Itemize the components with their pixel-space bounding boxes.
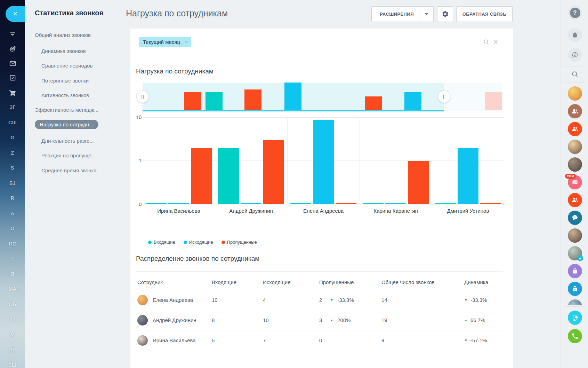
chart-navigator[interactable]	[143, 83, 503, 111]
navigator-bar	[244, 89, 261, 110]
notifications-button[interactable]	[568, 28, 582, 42]
gridline	[432, 117, 432, 204]
rail-item-R[interactable]: R	[0, 195, 25, 201]
mail-icon[interactable]	[0, 58, 25, 68]
chart-bar	[385, 203, 406, 204]
group-users-brown[interactable]	[568, 104, 582, 118]
employee-name[interactable]: Ирина Васильева	[153, 337, 196, 343]
missed-cell: 3▲200%	[319, 317, 381, 324]
cart-icon[interactable]	[0, 88, 25, 97]
sidebar-item-9[interactable]: Реакция на пропуще...	[41, 152, 96, 158]
private-chat-purple[interactable]	[568, 264, 582, 278]
employee-name[interactable]: Елена Андреева	[153, 297, 193, 303]
sidebar-item-7[interactable]: Нагрузка по сотрудн...	[35, 120, 98, 129]
remove-filter-icon[interactable]: ×	[185, 39, 188, 45]
call-button[interactable]	[568, 329, 582, 343]
rail-item-О[interactable]: О	[0, 226, 25, 231]
cell-divider	[326, 297, 326, 304]
missed-cell: 2▼-33.3%	[319, 297, 381, 304]
legend-item[interactable]: Исходящие	[184, 240, 213, 245]
feedback-button[interactable]: ОБРАТНАЯ СВЯЗЬ	[456, 6, 513, 22]
outgoing-cell: 4	[263, 297, 319, 303]
x-axis-label: Ирина Васильева	[143, 208, 215, 214]
help-button[interactable]: ?	[568, 6, 582, 20]
gridline	[287, 117, 288, 204]
chart-bar	[241, 203, 261, 204]
mobile-cloud-icon	[571, 314, 579, 321]
chart-title: Нагрузка по сотрудникам	[136, 68, 214, 75]
navigator-bar	[365, 96, 382, 110]
search-icon[interactable]	[483, 39, 489, 45]
rail-item-СШ[interactable]: СШ	[0, 120, 25, 125]
mobile-app-button[interactable]	[568, 311, 582, 325]
avatar-blonde-woman[interactable]	[568, 86, 582, 101]
rail-item-Б1[interactable]: Б1	[0, 180, 25, 186]
group-users-red-2[interactable]	[568, 193, 582, 207]
rail-item-G[interactable]: G	[0, 135, 25, 140]
legend-label: Входящие	[154, 240, 175, 245]
sidebar-item-8[interactable]: Длительность разго...	[41, 138, 94, 144]
target-icon[interactable]	[0, 44, 25, 54]
chart-bar	[435, 203, 456, 204]
avatar-man-glasses[interactable]	[568, 140, 582, 154]
rail-item-МА[interactable]: МА	[0, 286, 25, 292]
rail-item-ДР[interactable]: ДР	[0, 347, 25, 352]
crm-contact[interactable]: CRM	[568, 175, 582, 189]
left-rail: × ЗГСШGZSБ1RAОПСУЯМАОБЛБМДРЗШ	[0, 0, 25, 368]
chevron-down-icon[interactable]	[425, 13, 428, 15]
rail-item-S[interactable]: S	[0, 165, 25, 171]
sidebar-item-1[interactable]: Общий анализ звонков	[35, 32, 91, 38]
table-row: Андрей Дружинин8103▲200%19▲66.7%	[136, 310, 507, 330]
bar-chart: 1010Ирина ВасильеваАндрей ДружининЕлена …	[143, 117, 504, 204]
avatar-man-photo[interactable]	[568, 157, 582, 172]
sidebar-item-10[interactable]: Среднее время звонка	[41, 167, 97, 173]
rail-item-М[interactable]: М	[0, 332, 25, 337]
group-users-red[interactable]	[568, 122, 582, 136]
rail-item-Я[interactable]: Я	[0, 271, 25, 277]
sidebar-item-6[interactable]: Эффективность менедж...	[35, 107, 98, 113]
navigator-left-handle[interactable]	[137, 91, 148, 103]
sidebar-item-3[interactable]: Сравнение периодов	[41, 63, 93, 69]
rail-item-ЛБ[interactable]: ЛБ	[0, 316, 25, 322]
rail-item-У[interactable]: У	[0, 256, 25, 261]
employee-name[interactable]: Андрей Дружинин	[153, 317, 196, 323]
legend-item[interactable]: Входящие	[148, 240, 175, 245]
column-header: Входящие	[212, 279, 263, 285]
chart-bar	[336, 203, 356, 204]
close-button[interactable]: ×	[6, 6, 25, 22]
filter-tag[interactable]: Текущий месяц ×	[139, 37, 191, 47]
filter-icon[interactable]	[0, 29, 25, 39]
legend-item[interactable]: Пропущенные	[221, 240, 257, 245]
history-button[interactable]	[568, 48, 582, 62]
tasks-icon[interactable]	[0, 73, 25, 83]
avatar-office[interactable]	[568, 246, 582, 260]
rail-item-ЗШ[interactable]: ЗШ	[0, 362, 25, 368]
private-chat-blue[interactable]	[568, 282, 582, 296]
avatar-woman-photo[interactable]	[568, 228, 582, 243]
sidebar-item-4[interactable]: Потерянные звонки	[41, 78, 89, 84]
gridline	[143, 117, 504, 118]
sidebar-item-2[interactable]: Динамика звонков	[41, 48, 86, 54]
rail-item-ОБ[interactable]: ОБ	[0, 302, 25, 307]
settings-button[interactable]	[437, 6, 453, 22]
clear-filter-icon[interactable]	[493, 39, 499, 45]
rail-item-Z[interactable]: Z	[0, 150, 25, 156]
x-axis-label: Елена Андреева	[287, 208, 360, 214]
button-divider	[420, 10, 420, 19]
group-chat[interactable]	[568, 211, 582, 225]
search-button[interactable]	[568, 67, 582, 81]
divider	[563, 306, 586, 307]
legend-dot	[148, 241, 152, 244]
app-root: × ЗГСШGZSБ1RAОПСУЯМАОБЛБМДРЗШ Статистика…	[0, 0, 588, 368]
dynamics-value: -33.3%	[470, 297, 487, 303]
rail-item-ПС[interactable]: ПС	[0, 241, 25, 246]
navigator-bar	[284, 83, 301, 110]
sidebar-item-5[interactable]: Активность звонков	[41, 92, 89, 98]
navigator-right-handle[interactable]	[438, 91, 450, 103]
filter-bar[interactable]: Текущий месяц ×	[136, 35, 503, 49]
extensions-button[interactable]: РАСШИРЕНИЯ	[371, 6, 434, 22]
avatar	[137, 295, 148, 305]
rail-item-ЗГ[interactable]: ЗГ	[0, 104, 25, 110]
lock-icon	[571, 285, 579, 292]
rail-item-A[interactable]: A	[0, 211, 25, 216]
